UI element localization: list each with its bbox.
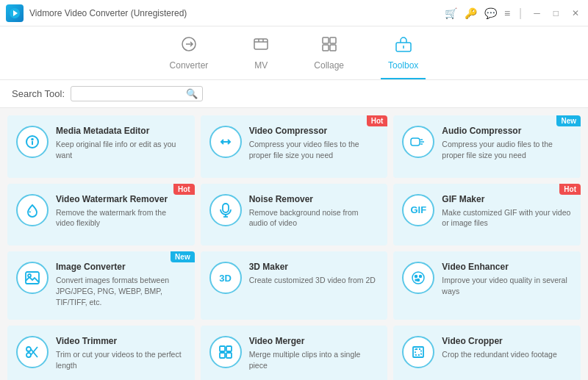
hot-badge: Hot [173,184,195,195]
tool-icon-video-compressor [209,126,242,158]
tab-collage[interactable]: Collage [306,32,351,79]
svg-rect-19 [223,204,229,212]
tool-card-video-enhancer[interactable]: Video Enhancer Improve your video qualit… [393,251,581,320]
tool-desc-video-compressor: Compress your video files to the proper … [249,139,379,160]
tool-name-audio-compressor: Audio Compressor [442,126,572,136]
converter-icon [180,35,198,57]
search-icon[interactable]: 🔍 [186,88,198,99]
collage-icon [320,35,338,57]
tool-card-video-trimmer[interactable]: Video Trimmer Trim or cut your videos to… [7,326,195,380]
chat-icon[interactable]: 💬 [484,7,497,19]
tab-converter-label: Converter [170,60,209,71]
svg-point-26 [420,276,422,278]
tool-text-image-converter: Image Converter Convert images formats b… [56,262,186,307]
tool-name-3d-maker: 3D Maker [249,262,379,272]
svg-rect-35 [220,353,225,358]
tool-desc-audio-compressor: Compress your audio files to the proper … [442,139,572,160]
tool-card-video-merger[interactable]: Video Merger Merge multiple clips into a… [201,326,388,380]
svg-rect-7 [330,45,336,51]
tab-mv[interactable]: MV [245,32,277,79]
tool-name-video-cropper: Video Cropper [442,336,572,346]
hot-badge: Hot [367,115,388,126]
tool-card-video-watermark-remover[interactable]: Hot Video Watermark Remover Remove the w… [7,184,195,246]
svg-rect-38 [415,349,421,355]
tool-text-video-watermark-remover: Video Watermark Remover Remove the water… [56,194,186,229]
tool-text-video-enhancer: Video Enhancer Improve your video qualit… [442,262,572,296]
tool-card-media-metadata-editor[interactable]: Media Metadata Editor Keep original file… [7,115,195,178]
nav-tabs: Converter MV Collage Toolbox [0,26,588,80]
tool-icon-media-metadata-editor [16,126,49,158]
svg-rect-4 [323,37,329,43]
app-title: Vidmore Video Converter (Unregistered) [29,8,187,18]
svg-point-12 [32,139,33,140]
tab-converter[interactable]: Converter [162,32,216,79]
tool-desc-gif-maker: Make customized GIF with your video or i… [442,207,572,229]
shopping-cart-icon[interactable]: 🛒 [445,7,457,19]
tool-name-video-watermark-remover: Video Watermark Remover [56,194,186,204]
tool-card-image-converter[interactable]: New Image Converter Convert images forma… [7,251,195,320]
tool-icon-noise-remover [209,194,242,226]
tool-name-video-compressor: Video Compressor [249,126,379,136]
svg-rect-33 [220,346,225,351]
tool-card-3d-maker[interactable]: 3D 3D Maker Create customized 3D video f… [201,251,388,320]
tool-text-video-compressor: Video Compressor Compress your video fil… [249,126,379,160]
tool-card-video-compressor[interactable]: Hot Video Compressor Compress your video… [201,115,388,178]
svg-point-29 [26,347,31,351]
tool-card-video-cropper[interactable]: Video Cropper Crop the redundant video f… [393,326,581,380]
tool-card-noise-remover[interactable]: Noise Remover Remove background noise fr… [201,184,388,246]
tool-icon-audio-compressor [402,126,434,158]
svg-rect-3 [254,39,268,49]
search-label: Search Tool: [12,88,65,99]
menu-icon[interactable]: ≡ [504,7,510,19]
tool-text-media-metadata-editor: Media Metadata Editor Keep original file… [56,126,186,160]
svg-point-24 [412,272,424,284]
tab-toolbox[interactable]: Toolbox [381,32,426,79]
svg-point-27 [417,279,420,282]
search-bar: Search Tool: 🔍 [0,80,588,108]
svg-point-25 [415,276,417,278]
tool-desc-3d-maker: Create customized 3D video from 2D [249,275,379,286]
svg-point-28 [415,279,417,281]
maximize-button[interactable]: □ [551,8,562,18]
tool-desc-video-enhancer: Improve your video quality in several wa… [442,275,572,296]
tab-mv-label: MV [254,60,268,71]
tool-desc-video-trimmer: Trim or cut your videos to the perfect l… [56,349,186,370]
tool-text-audio-compressor: Audio Compressor Compress your audio fil… [442,126,572,160]
tool-name-noise-remover: Noise Remover [249,194,379,204]
tool-text-video-merger: Video Merger Merge multiple clips into a… [249,336,379,370]
search-input[interactable] [76,89,186,99]
minimize-button[interactable]: ─ [531,8,543,18]
tool-icon-3d-maker: 3D [209,262,242,294]
tool-card-gif-maker[interactable]: Hot GIF GIF Maker Make customized GIF wi… [393,184,581,246]
separator: | [519,7,522,20]
new-badge: New [171,251,195,262]
tool-name-video-merger: Video Merger [249,336,379,346]
svg-rect-36 [226,353,232,358]
tool-text-3d-maker: 3D Maker Create customized 3D video from… [249,262,379,286]
tool-card-audio-compressor[interactable]: New Audio Compressor Compress your audio… [393,115,581,178]
key-icon[interactable]: 🔑 [465,7,477,19]
tool-desc-noise-remover: Remove background noise from audio of vi… [249,207,379,229]
tool-name-gif-maker: GIF Maker [442,194,572,204]
tool-icon-image-converter [16,262,49,294]
svg-rect-14 [411,138,420,146]
search-input-wrap: 🔍 [71,86,203,101]
tool-desc-video-watermark-remover: Remove the watermark from the video flex… [56,207,186,229]
tool-grid: Media Metadata Editor Keep original file… [0,108,588,380]
close-button[interactable]: ✕ [569,8,582,18]
tool-icon-video-merger [209,336,242,368]
main-content: Media Metadata Editor Keep original file… [0,108,588,380]
mv-icon [252,35,270,57]
tool-name-media-metadata-editor: Media Metadata Editor [56,126,186,136]
svg-point-30 [26,353,31,357]
tool-icon-video-trimmer [16,336,49,368]
tool-icon-video-cropper [402,336,434,368]
tool-icon-gif-maker: GIF [402,194,434,226]
tool-text-noise-remover: Noise Remover Remove background noise fr… [249,194,379,229]
tool-name-image-converter: Image Converter [56,262,186,272]
svg-rect-6 [323,45,329,51]
title-bar: Vidmore Video Converter (Unregistered) 🛒… [0,0,588,26]
tool-icon-video-enhancer [402,262,434,294]
tool-desc-video-cropper: Crop the redundant video footage [442,349,572,360]
tab-collage-label: Collage [314,60,344,71]
